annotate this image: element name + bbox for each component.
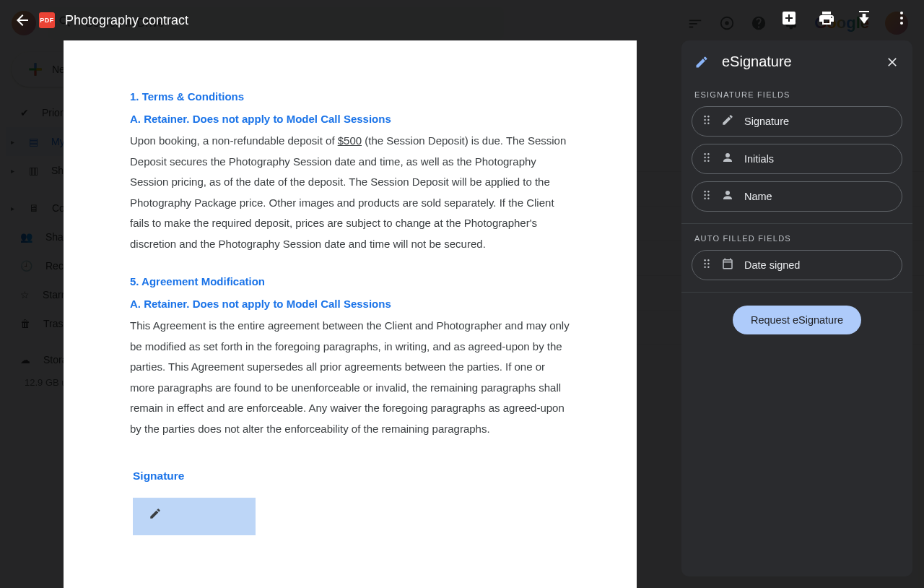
drag-handle-icon — [702, 152, 711, 166]
field-label: Name — [744, 191, 772, 202]
drag-handle-icon — [702, 114, 711, 129]
auto-filled-fields-header: AUTO FILLED FIELDS — [681, 224, 912, 250]
svg-point-12 — [707, 153, 709, 155]
svg-point-11 — [704, 153, 705, 155]
pen-icon — [149, 506, 162, 527]
pdf-badge: PDF — [39, 12, 55, 28]
field-label: Signature — [744, 116, 789, 127]
date-signed-field-chip[interactable]: Date signed — [692, 250, 902, 280]
field-label: Initials — [744, 153, 774, 165]
deposit-amount: $500 — [338, 134, 362, 147]
pen-icon — [694, 55, 709, 69]
svg-point-2 — [900, 12, 903, 14]
svg-point-20 — [707, 194, 709, 196]
signature-label: Signature — [133, 465, 570, 486]
esignature-panel: eSignature ESIGNATURE FIELDS Signature I… — [681, 40, 912, 576]
document-page: 1. Terms & Conditions A. Retainer. Does … — [64, 40, 637, 588]
svg-point-9 — [704, 123, 705, 124]
section-1-title: 1. Terms & Conditions — [130, 87, 570, 108]
drag-handle-icon — [702, 258, 711, 272]
field-label: Date signed — [744, 259, 800, 271]
panel-title: eSignature — [722, 53, 875, 70]
document-title: Photography contract — [65, 13, 188, 28]
svg-point-28 — [707, 267, 709, 268]
person-icon — [721, 189, 734, 204]
add-to-drive-button[interactable] — [780, 9, 798, 27]
drag-handle-icon — [702, 189, 711, 204]
initials-field-chip[interactable]: Initials — [692, 144, 902, 174]
back-button[interactable] — [13, 11, 32, 30]
print-button[interactable] — [817, 9, 836, 27]
svg-point-5 — [704, 116, 705, 117]
svg-point-13 — [704, 157, 705, 158]
svg-point-19 — [704, 194, 705, 196]
svg-point-23 — [704, 259, 705, 261]
svg-point-3 — [900, 17, 903, 20]
svg-point-25 — [704, 263, 705, 264]
svg-point-10 — [707, 123, 709, 124]
svg-point-24 — [707, 259, 709, 261]
svg-point-21 — [704, 198, 705, 199]
pen-icon — [721, 113, 734, 129]
name-field-chip[interactable]: Name — [692, 181, 902, 212]
svg-point-8 — [707, 119, 709, 121]
calendar-icon — [721, 257, 734, 273]
section-5-sub-a: A. Retainer. Does not apply to Model Cal… — [130, 294, 570, 315]
viewer-tools — [780, 9, 911, 27]
svg-point-16 — [707, 160, 709, 162]
svg-point-17 — [704, 191, 705, 192]
download-button[interactable] — [855, 9, 873, 27]
svg-point-6 — [707, 116, 709, 117]
close-panel-button[interactable] — [885, 55, 899, 69]
esignature-fields-header: ESIGNATURE FIELDS — [681, 80, 912, 106]
svg-point-15 — [704, 160, 705, 162]
signature-field-placeholder[interactable] — [133, 498, 256, 535]
section-5-paragraph: This Agreement is the entire agreement b… — [130, 316, 570, 439]
signature-field-chip[interactable]: Signature — [692, 106, 902, 137]
svg-point-26 — [707, 263, 709, 264]
svg-point-27 — [704, 267, 705, 268]
svg-point-22 — [707, 198, 709, 199]
request-esignature-button[interactable]: Request eSignature — [733, 306, 861, 334]
svg-point-18 — [707, 191, 709, 192]
more-options-button[interactable] — [892, 9, 911, 27]
svg-point-4 — [900, 22, 903, 25]
section-1-sub-a: A. Retainer. Does not apply to Model Cal… — [130, 109, 570, 130]
panel-header: eSignature — [681, 40, 912, 80]
section-5-title: 5. Agreement Modification — [130, 272, 570, 293]
svg-point-14 — [707, 157, 709, 158]
section-1-paragraph: Upon booking, a non-refundable deposit o… — [130, 131, 570, 254]
svg-point-7 — [704, 119, 705, 121]
person-icon — [721, 151, 734, 167]
